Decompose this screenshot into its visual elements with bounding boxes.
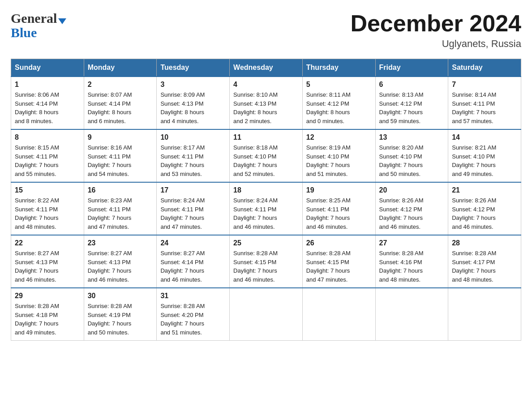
calendar-day-cell: 20 Sunrise: 8:26 AM Sunset: 4:12 PM Dayl… bbox=[375, 182, 448, 235]
daylight-minutes: and 47 minutes. bbox=[160, 223, 202, 230]
day-number: 21 bbox=[452, 186, 517, 194]
calendar-day-cell: 16 Sunrise: 8:23 AM Sunset: 4:11 PM Dayl… bbox=[84, 182, 157, 235]
day-number: 27 bbox=[379, 239, 445, 247]
daylight-minutes: and 59 minutes. bbox=[379, 118, 421, 124]
sunrise-text: Sunrise: 8:06 AM bbox=[15, 91, 59, 98]
day-number: 12 bbox=[306, 133, 372, 141]
day-info: Sunrise: 8:09 AM Sunset: 4:13 PM Dayligh… bbox=[160, 90, 226, 125]
header-tuesday: Tuesday bbox=[157, 59, 230, 77]
day-info: Sunrise: 8:22 AM Sunset: 4:11 PM Dayligh… bbox=[15, 196, 80, 231]
daylight-text: Daylight: 7 hours bbox=[452, 214, 496, 221]
sunrise-text: Sunrise: 8:28 AM bbox=[452, 250, 496, 257]
daylight-minutes: and 46 minutes. bbox=[233, 223, 275, 230]
sunset-text: Sunset: 4:12 PM bbox=[379, 100, 422, 107]
title-section: December 2024 Uglyanets, Russia bbox=[350, 11, 521, 50]
day-info: Sunrise: 8:07 AM Sunset: 4:14 PM Dayligh… bbox=[88, 90, 153, 125]
daylight-minutes: and 55 minutes. bbox=[15, 171, 56, 177]
daylight-text: Daylight: 7 hours bbox=[160, 320, 204, 327]
header-saturday: Saturday bbox=[448, 59, 521, 77]
daylight-text: Daylight: 7 hours bbox=[88, 214, 132, 221]
day-number: 18 bbox=[233, 186, 299, 194]
calendar-day-cell: 4 Sunrise: 8:10 AM Sunset: 4:13 PM Dayli… bbox=[230, 77, 303, 129]
day-info: Sunrise: 8:15 AM Sunset: 4:11 PM Dayligh… bbox=[15, 143, 80, 178]
sunrise-text: Sunrise: 8:24 AM bbox=[160, 197, 205, 204]
daylight-text: Daylight: 7 hours bbox=[452, 162, 496, 168]
sunset-text: Sunset: 4:12 PM bbox=[452, 206, 495, 213]
calendar-day-cell: 24 Sunrise: 8:27 AM Sunset: 4:14 PM Dayl… bbox=[157, 235, 230, 288]
day-info: Sunrise: 8:10 AM Sunset: 4:13 PM Dayligh… bbox=[233, 90, 299, 125]
sunset-text: Sunset: 4:13 PM bbox=[15, 259, 58, 265]
day-info: Sunrise: 8:19 AM Sunset: 4:10 PM Dayligh… bbox=[306, 143, 372, 178]
daylight-minutes: and 47 minutes. bbox=[306, 276, 348, 283]
day-number: 15 bbox=[15, 186, 80, 194]
header-thursday: Thursday bbox=[302, 59, 375, 77]
daylight-minutes: and 48 minutes. bbox=[452, 276, 493, 283]
daylight-minutes: and 46 minutes. bbox=[379, 223, 421, 230]
sunset-text: Sunset: 4:15 PM bbox=[233, 259, 276, 265]
daylight-minutes: and 51 minutes. bbox=[160, 329, 202, 336]
sunset-text: Sunset: 4:13 PM bbox=[160, 100, 203, 107]
daylight-text: Daylight: 7 hours bbox=[306, 267, 350, 274]
day-number: 7 bbox=[452, 81, 517, 89]
day-info: Sunrise: 8:17 AM Sunset: 4:11 PM Dayligh… bbox=[160, 143, 226, 178]
day-info: Sunrise: 8:28 AM Sunset: 4:15 PM Dayligh… bbox=[306, 249, 372, 284]
daylight-text: Daylight: 7 hours bbox=[233, 267, 277, 274]
sunset-text: Sunset: 4:11 PM bbox=[160, 153, 203, 160]
daylight-text: Daylight: 7 hours bbox=[233, 214, 277, 221]
sunrise-text: Sunrise: 8:26 AM bbox=[379, 197, 424, 204]
day-number: 13 bbox=[379, 133, 445, 141]
daylight-minutes: and 48 minutes. bbox=[15, 223, 56, 230]
day-number: 10 bbox=[160, 133, 226, 141]
daylight-text: Daylight: 7 hours bbox=[379, 162, 423, 168]
sunset-text: Sunset: 4:16 PM bbox=[379, 259, 422, 265]
sunset-text: Sunset: 4:13 PM bbox=[233, 100, 276, 107]
day-info: Sunrise: 8:25 AM Sunset: 4:11 PM Dayligh… bbox=[306, 196, 372, 231]
sunset-text: Sunset: 4:12 PM bbox=[306, 100, 349, 107]
sunrise-text: Sunrise: 8:28 AM bbox=[15, 303, 59, 309]
sunset-text: Sunset: 4:17 PM bbox=[452, 259, 495, 265]
page-header: General Blue December 2024 Uglyanets, Ru… bbox=[11, 11, 521, 50]
daylight-minutes: and 46 minutes. bbox=[160, 276, 202, 283]
calendar-day-cell: 23 Sunrise: 8:27 AM Sunset: 4:13 PM Dayl… bbox=[84, 235, 157, 288]
daylight-text: Daylight: 7 hours bbox=[15, 320, 59, 327]
day-number: 9 bbox=[88, 133, 153, 141]
daylight-text: Daylight: 8 hours bbox=[88, 109, 132, 116]
daylight-minutes: and 47 minutes. bbox=[88, 223, 129, 230]
day-number: 14 bbox=[452, 133, 517, 141]
calendar-day-cell bbox=[230, 288, 303, 341]
calendar-day-cell: 22 Sunrise: 8:27 AM Sunset: 4:13 PM Dayl… bbox=[11, 235, 84, 288]
calendar-day-cell: 14 Sunrise: 8:21 AM Sunset: 4:10 PM Dayl… bbox=[448, 129, 521, 182]
calendar-day-cell: 15 Sunrise: 8:22 AM Sunset: 4:11 PM Dayl… bbox=[11, 182, 84, 235]
calendar-day-cell bbox=[302, 288, 375, 341]
daylight-minutes: and 52 minutes. bbox=[233, 171, 275, 177]
sunset-text: Sunset: 4:11 PM bbox=[15, 153, 58, 160]
calendar-day-cell: 7 Sunrise: 8:14 AM Sunset: 4:11 PM Dayli… bbox=[448, 77, 521, 129]
sunset-text: Sunset: 4:11 PM bbox=[88, 153, 131, 160]
sunrise-text: Sunrise: 8:14 AM bbox=[452, 91, 496, 98]
day-number: 29 bbox=[15, 292, 80, 300]
days-of-week-row: Sunday Monday Tuesday Wednesday Thursday… bbox=[11, 59, 521, 77]
daylight-minutes: and 8 minutes. bbox=[15, 118, 53, 124]
sunset-text: Sunset: 4:12 PM bbox=[379, 206, 422, 213]
calendar-day-cell: 25 Sunrise: 8:28 AM Sunset: 4:15 PM Dayl… bbox=[230, 235, 303, 288]
sunrise-text: Sunrise: 8:26 AM bbox=[452, 197, 496, 204]
sunset-text: Sunset: 4:11 PM bbox=[306, 206, 349, 213]
calendar-day-cell: 28 Sunrise: 8:28 AM Sunset: 4:17 PM Dayl… bbox=[448, 235, 521, 288]
calendar-week-2: 8 Sunrise: 8:15 AM Sunset: 4:11 PM Dayli… bbox=[11, 129, 521, 182]
calendar-week-5: 29 Sunrise: 8:28 AM Sunset: 4:18 PM Dayl… bbox=[11, 288, 521, 341]
sunrise-text: Sunrise: 8:28 AM bbox=[233, 250, 278, 257]
sunset-text: Sunset: 4:11 PM bbox=[452, 100, 495, 107]
sunrise-text: Sunrise: 8:09 AM bbox=[160, 91, 205, 98]
calendar-day-cell: 3 Sunrise: 8:09 AM Sunset: 4:13 PM Dayli… bbox=[157, 77, 230, 129]
header-friday: Friday bbox=[375, 59, 448, 77]
sunset-text: Sunset: 4:14 PM bbox=[15, 100, 58, 107]
daylight-text: Daylight: 8 hours bbox=[15, 109, 59, 116]
logo: General Blue bbox=[11, 11, 68, 39]
day-number: 24 bbox=[160, 239, 226, 247]
day-info: Sunrise: 8:27 AM Sunset: 4:13 PM Dayligh… bbox=[15, 249, 80, 284]
daylight-text: Daylight: 7 hours bbox=[160, 162, 204, 168]
day-number: 8 bbox=[15, 133, 80, 141]
sunrise-text: Sunrise: 8:07 AM bbox=[88, 91, 132, 98]
daylight-minutes: and 46 minutes. bbox=[15, 276, 56, 283]
day-info: Sunrise: 8:11 AM Sunset: 4:12 PM Dayligh… bbox=[306, 90, 372, 125]
